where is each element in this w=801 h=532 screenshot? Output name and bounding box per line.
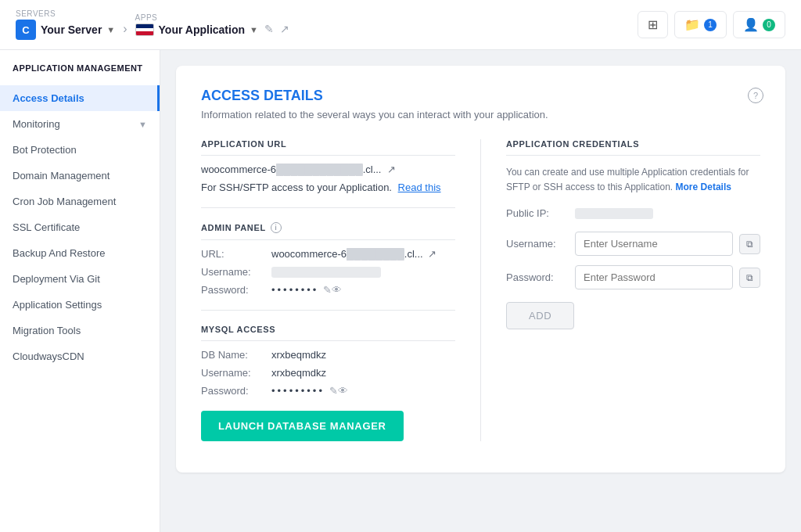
more-details-link[interactable]: More Details (676, 182, 731, 192)
sidebar-item-ssl[interactable]: SSL Certificate (0, 214, 160, 240)
ssh-note-row: For SSH/SFTP access to your Application.… (201, 182, 455, 193)
cred-username-label: Username: (506, 238, 569, 250)
sidebar-item-backup[interactable]: Backup And Restore (0, 240, 160, 266)
chevron-down-icon: ▼ (138, 120, 147, 129)
sidebar-item-cron-job[interactable]: Cron Job Management (0, 189, 160, 214)
info-icon[interactable]: i (271, 222, 282, 233)
url-label: URL: (201, 248, 271, 260)
add-credential-button[interactable]: ADD (506, 302, 574, 329)
app-url-title: APPLICATION URL (201, 139, 455, 156)
public-ip-row: Public IP: (506, 207, 760, 219)
server-name: Your Server (41, 23, 102, 36)
sidebar-item-label: Access Details (13, 92, 84, 104)
credentials-desc: You can create and use multiple Applicat… (506, 165, 760, 195)
mysql-title: MYSQL ACCESS (201, 325, 455, 341)
username-label: Username: (201, 266, 271, 278)
servers-label: Servers (16, 9, 115, 18)
username-input[interactable] (575, 232, 733, 256)
password-input[interactable] (575, 265, 733, 289)
folder-button[interactable]: 📁 1 (674, 11, 727, 38)
sidebar-item-label: Monitoring (13, 118, 60, 130)
breadcrumb-arrow: › (123, 14, 127, 36)
read-this-link[interactable]: Read this (398, 182, 441, 193)
app-chevron-icon: ▼ (250, 25, 258, 34)
password-dots: •••••••• (271, 284, 318, 296)
app-flag-icon (135, 23, 154, 36)
admin-panel-title-row: ADMIN PANEL i (201, 222, 455, 240)
admin-url-value: woocommerce-6████████.cl... (271, 248, 423, 260)
sidebar-item-bot-protection[interactable]: Bot Protection (0, 137, 160, 163)
copy-password-icon[interactable]: ⧉ (739, 268, 760, 288)
app-name: Your Application (159, 23, 245, 36)
db-name-value: xrxbeqmdkz (271, 349, 326, 361)
mysql-password-row: Password: ••••••••• ✎ 👁 (201, 385, 455, 397)
sidebar-item-monitoring[interactable]: Monitoring ▼ (0, 111, 160, 137)
chevron-down-icon: ▼ (106, 25, 115, 34)
topbar-right-icons: ⊞ 📁 1 👤 0 (638, 11, 785, 38)
credentials-title: APPLICATION CREDENTIALS (506, 139, 760, 156)
help-icon[interactable]: ? (748, 88, 763, 103)
admin-url-row: URL: woocommerce-6████████.cl... ↗ (201, 248, 455, 260)
admin-url-external-icon[interactable]: ↗ (428, 248, 436, 260)
sidebar: Application Management Access Details Mo… (0, 50, 160, 532)
mysql-section: MYSQL ACCESS DB Name: xrxbeqmdkz Usernam… (201, 325, 455, 397)
mysql-password-label: Password: (201, 385, 271, 397)
users-button[interactable]: 👤 0 (733, 11, 785, 38)
topbar: Servers C Your Server ▼ › Apps Your Appl… (0, 0, 801, 50)
files-button[interactable]: ⊞ (638, 11, 668, 38)
users-badge: 0 (763, 19, 775, 31)
sidebar-item-deployment[interactable]: Deployment Via Git (0, 266, 160, 292)
app-url-external-icon[interactable]: ↗ (387, 164, 396, 175)
launch-db-manager-button[interactable]: LAUNCH DATABASE MANAGER (201, 411, 404, 441)
db-name-row: DB Name: xrxbeqmdkz (201, 349, 455, 361)
copy-username-icon[interactable]: ⧉ (739, 234, 760, 254)
admin-username-value (271, 267, 381, 278)
app-url-section: APPLICATION URL woocommerce-6███████████… (201, 139, 455, 193)
sidebar-item-cloudwayscdn[interactable]: CloudwaysCDN (0, 343, 160, 369)
two-col-layout: APPLICATION URL woocommerce-6███████████… (201, 139, 760, 441)
server-selector[interactable]: C Your Server ▼ (16, 20, 115, 40)
sidebar-title: Application Management (0, 63, 160, 85)
credentials-username-row: Username: ⧉ (506, 232, 760, 256)
mysql-username-label: Username: (201, 367, 271, 379)
app-selector[interactable]: Your Application ▼ (135, 23, 258, 36)
folder-badge: 1 (704, 19, 717, 31)
content-area: ? ACCESS DETAILS Information related to … (160, 50, 801, 532)
credentials-password-row: Password: ⧉ (506, 265, 760, 289)
password-label: Password: (201, 284, 271, 296)
sidebar-item-app-settings[interactable]: Application Settings (0, 292, 160, 318)
access-details-card: ? ACCESS DETAILS Information related to … (176, 66, 785, 473)
show-mysql-password-icon[interactable]: 👁 (338, 385, 348, 397)
mysql-password-dots: ••••••••• (271, 385, 325, 397)
cred-password-label: Password: (506, 271, 569, 283)
show-password-icon[interactable]: 👁 (332, 284, 342, 296)
admin-password-row: Password: •••••••• ✎ 👁 (201, 284, 455, 296)
server-section: Servers C Your Server ▼ (16, 9, 115, 40)
admin-panel-title: ADMIN PANEL (201, 223, 266, 232)
edit-icon[interactable]: ✎ (264, 23, 274, 35)
cloudways-logo: C (16, 20, 36, 40)
edit-mysql-password-icon[interactable]: ✎ (329, 385, 338, 397)
section-title: ACCESS DETAILS (201, 88, 760, 104)
admin-panel-section: ADMIN PANEL i URL: woocommerce-6████████… (201, 222, 455, 296)
sidebar-item-domain-management[interactable]: Domain Management (0, 163, 160, 189)
sidebar-item-access-details[interactable]: Access Details (0, 85, 160, 111)
public-ip-value (575, 208, 653, 219)
ssh-note-text: For SSH/SFTP access to your Application. (201, 182, 392, 193)
app-actions: ✎ ↗ (264, 15, 289, 35)
edit-password-icon[interactable]: ✎ (323, 284, 332, 296)
sidebar-item-migration[interactable]: Migration Tools (0, 318, 160, 343)
mysql-username-value: xrxbeqmdkz (271, 367, 326, 379)
users-icon: 👤 (743, 17, 759, 32)
app-section: Apps Your Application ▼ (135, 13, 258, 36)
admin-username-row: Username: (201, 266, 455, 278)
folder-icon: 📁 (684, 17, 700, 32)
main-layout: Application Management Access Details Mo… (0, 50, 801, 532)
right-column: APPLICATION CREDENTIALS You can create a… (480, 139, 760, 441)
apps-label: Apps (135, 13, 258, 22)
external-link-icon[interactable]: ↗ (280, 23, 289, 35)
files-icon: ⊞ (648, 17, 658, 32)
section-subtitle: Information related to the several ways … (201, 109, 760, 120)
db-name-label: DB Name: (201, 349, 271, 361)
app-url-row: woocommerce-6████████████.cl... ↗ (201, 164, 455, 175)
